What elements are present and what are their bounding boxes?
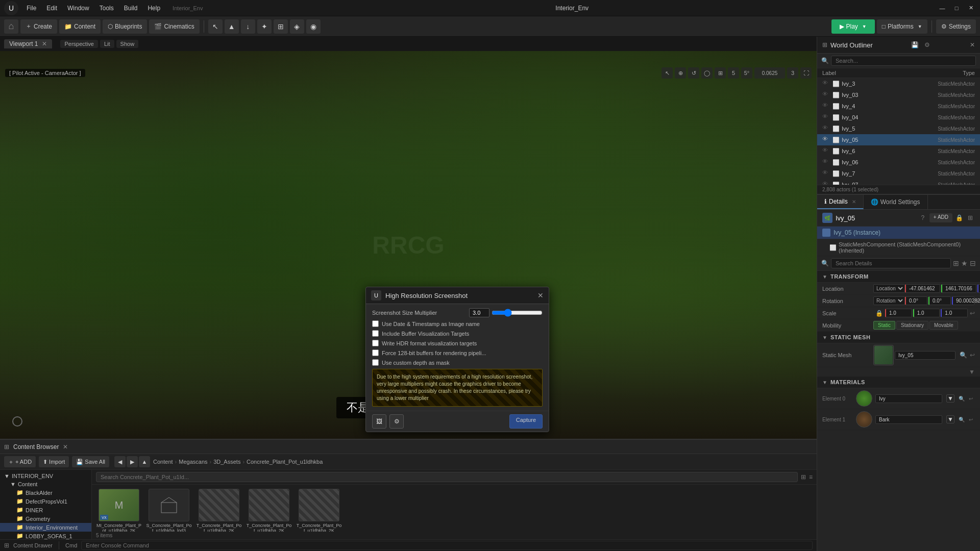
platforms-button[interactable]: □ Platforms ▼: [877, 19, 927, 34]
mesh-expand-icon[interactable]: ▼: [969, 368, 975, 375]
menu-help[interactable]: Help: [143, 4, 164, 13]
vp-tool-grid[interactable]: ⊞: [715, 67, 726, 79]
dialog-settings-button[interactable]: ⚙: [389, 414, 404, 429]
mobility-static-button[interactable]: Static: [873, 321, 895, 330]
visibility-icon[interactable]: 👁: [822, 136, 830, 144]
viewport[interactable]: Viewport 1 ✕ Perspective Lit Show RRCG […: [0, 37, 817, 439]
tree-item-diner[interactable]: 📁 DINER: [0, 506, 91, 514]
rotation-reset-icon[interactable]: ↩: [976, 297, 980, 305]
visibility-icon[interactable]: 👁: [822, 80, 830, 88]
rotation-x[interactable]: 0.0°: [905, 296, 927, 305]
menu-window[interactable]: Window: [63, 4, 93, 13]
terrain-tool[interactable]: ▲: [225, 19, 239, 34]
instance-row[interactable]: Ivy_05 (Instance): [817, 227, 980, 239]
outliner-row-ivy4[interactable]: 👁 ⬜ Ivy_4 StaticMeshActor: [817, 101, 980, 112]
mesh-reset-icon[interactable]: ↩: [970, 352, 975, 359]
tree-item-defectprops[interactable]: 📁 DefectPropsVol1: [0, 497, 91, 506]
content-browser-close[interactable]: ✕: [63, 443, 68, 450]
visibility-icon[interactable]: 👁: [822, 124, 830, 133]
breadcrumb-content[interactable]: Content: [153, 459, 173, 465]
details-search-input[interactable]: [831, 258, 951, 268]
foliage-tool[interactable]: ↓: [241, 19, 255, 34]
mobility-stationary-button[interactable]: Stationary: [896, 321, 928, 330]
visibility-icon[interactable]: 👁: [822, 102, 830, 110]
breadcrumb-megascans[interactable]: Megascans: [179, 459, 207, 465]
vp-tool-angle[interactable]: 5°: [741, 67, 752, 79]
select-tool[interactable]: ↖: [208, 19, 223, 34]
size-multiplier-input[interactable]: [469, 308, 489, 317]
help-icon[interactable]: ?: [918, 213, 927, 222]
create-button[interactable]: ＋ Create: [20, 19, 57, 34]
visibility-icon[interactable]: 👁: [822, 158, 830, 166]
vp-tool-arrow[interactable]: ↖: [662, 67, 673, 79]
scale-y[interactable]: 1.0: [913, 309, 940, 317]
bark-mat-dropdown[interactable]: ▼: [946, 415, 954, 423]
rotation-type-select[interactable]: Rotation: [873, 296, 905, 305]
mesh-name-field[interactable]: Ivy_05: [895, 351, 955, 360]
lit-control[interactable]: Lit: [100, 40, 114, 48]
favorites-icon[interactable]: ★: [961, 259, 968, 267]
bark-mat-browse-icon[interactable]: 🔍: [958, 415, 966, 423]
location-z[interactable]: 1101.023438: [977, 284, 980, 293]
cinematics-button[interactable]: 🎬 Cinematics: [149, 19, 199, 34]
dialog-image-button[interactable]: 🖼: [372, 414, 386, 429]
vp-tool-rotate[interactable]: ↺: [688, 67, 699, 79]
perspective-control[interactable]: Perspective: [60, 40, 97, 48]
breadcrumb-concrete[interactable]: Concrete_Plant_Pot_u1ldhkba: [247, 459, 323, 465]
mesh-search-button[interactable]: 🔍: [959, 350, 968, 360]
maximize-button[interactable]: □: [951, 3, 962, 13]
viewport-tab[interactable]: Viewport 1 ✕: [4, 39, 52, 48]
date-timestamp-checkbox[interactable]: [372, 320, 379, 327]
component-row[interactable]: ⬜ StaticMeshComponent (StaticMeshCompone…: [817, 239, 980, 256]
vp-tool-cam[interactable]: 3: [787, 67, 798, 79]
play-button[interactable]: ▶ Play ▼: [831, 19, 875, 34]
filter-icon[interactable]: ⊞: [801, 473, 806, 481]
vp-tool-expand[interactable]: ⛶: [800, 67, 812, 79]
anim-tool[interactable]: ◈: [290, 19, 304, 34]
asset-s-concrete[interactable]: S_Concrete_Plant_Pot_u1ldhkba_lod3: [146, 489, 192, 532]
outliner-row-ivy7[interactable]: 👁 ⬜ Ivy_7 StaticMeshActor: [817, 168, 980, 179]
paint-tool[interactable]: ⊞: [274, 19, 288, 34]
minimize-button[interactable]: —: [937, 3, 947, 13]
tree-item-blackalder[interactable]: 📁 BlackAlder: [0, 488, 91, 497]
outliner-row-ivy3[interactable]: 👁 ⬜ Ivy_3 StaticMeshActor: [817, 78, 980, 89]
blueprints-button[interactable]: ⬡ Blueprints: [103, 19, 147, 34]
ivy-mat-browse-icon[interactable]: 🔍: [958, 394, 966, 403]
scale-lock-icon[interactable]: 🔒: [875, 310, 883, 317]
transform-section-header[interactable]: ▼ TRANSFORM: [817, 271, 980, 283]
buffer-viz-checkbox[interactable]: [372, 330, 379, 337]
outliner-row-ivy6[interactable]: 👁 ⬜ Ivy_6 StaticMeshActor: [817, 145, 980, 157]
tree-item-interior[interactable]: 📁 Interior_Environment: [0, 523, 91, 532]
force-128-checkbox[interactable]: [372, 349, 379, 356]
asset-mi-concrete[interactable]: M VX MI_Concrete_Plant_Pot_u1ldhkba_2K: [96, 489, 142, 532]
breadcrumb-3dassets[interactable]: 3D_Assets: [213, 459, 240, 465]
bark-material-name[interactable]: Bark: [875, 415, 942, 424]
visibility-icon[interactable]: 👁: [822, 147, 830, 155]
static-mesh-section-header[interactable]: ▼ STATIC MESH: [817, 332, 980, 343]
outliner-settings-icon[interactable]: ⚙: [922, 40, 933, 50]
asset-t-concrete-1[interactable]: T_Concrete_Plant_Pot_u1ldhkba_2K: [196, 489, 242, 532]
nav-up[interactable]: ▲: [139, 456, 150, 467]
location-type-select[interactable]: Location: [873, 284, 905, 293]
size-multiplier-slider[interactable]: [492, 309, 543, 317]
mesh-tool[interactable]: ✦: [257, 19, 272, 34]
settings-button[interactable]: ⚙ Settings: [936, 19, 976, 34]
ivy-mat-dropdown[interactable]: ▼: [946, 394, 954, 403]
ivy-material-name[interactable]: Ivy: [875, 394, 942, 403]
outliner-row-ivy07[interactable]: 👁 ⬜ Ivy_07 StaticMeshActor: [817, 179, 980, 185]
lock-detail-icon[interactable]: 🔒: [954, 213, 964, 222]
content-button[interactable]: 📁 Content: [59, 19, 101, 34]
hdr-checkbox[interactable]: [372, 340, 379, 346]
import-button[interactable]: ⬆ Import: [39, 456, 69, 467]
visibility-icon[interactable]: 👁: [822, 169, 830, 178]
close-button[interactable]: ✕: [966, 3, 976, 13]
hair-tool[interactable]: ◉: [306, 19, 321, 34]
scale-reset-icon[interactable]: ↩: [970, 310, 975, 317]
tree-root[interactable]: ▼ INTERIOR_ENV: [0, 472, 91, 480]
menu-tools[interactable]: Tools: [95, 4, 118, 13]
outliner-row-ivy03[interactable]: 👁 ⬜ Ivy_03 StaticMeshActor: [817, 89, 980, 101]
details-tab-close[interactable]: ✕: [852, 199, 856, 205]
outliner-row-ivy05[interactable]: 👁 ⬜ Ivy_05 StaticMeshActor: [817, 134, 980, 145]
viewport-tab-close[interactable]: ✕: [42, 40, 47, 47]
outliner-row-ivy5[interactable]: 👁 ⬜ Ivy_5 StaticMeshActor: [817, 123, 980, 134]
